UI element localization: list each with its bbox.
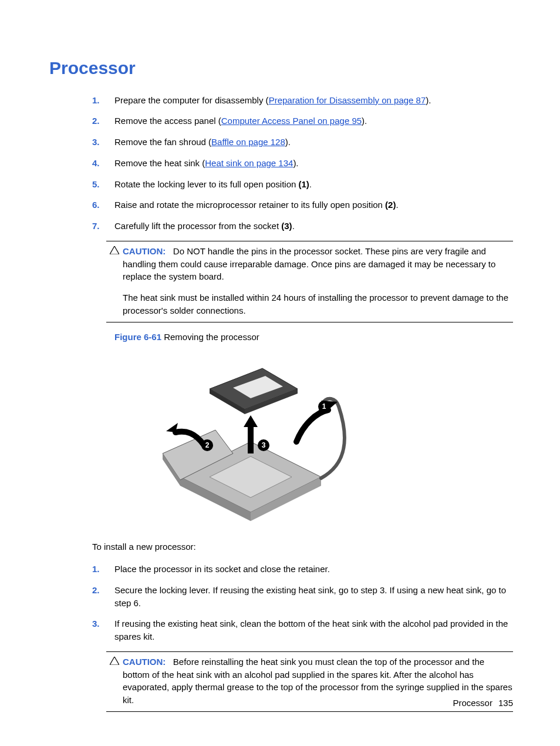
step-text: Secure the locking lever. If reusing the… — [114, 584, 513, 610]
caution-icon — [110, 246, 119, 254]
step-number: 3. — [92, 136, 114, 149]
caution-text: Do NOT handle the pins in the processor … — [123, 246, 495, 282]
step-text: Carefully lift the processor from the so… — [114, 221, 281, 231]
step-text: Remove the heat sink ( — [114, 158, 205, 168]
step-text: Place the processor in its socket and cl… — [114, 563, 513, 576]
figure-number: Figure 6-61 — [114, 332, 161, 342]
step-text: Raise and rotate the microprocessor reta… — [114, 200, 385, 210]
step-number: 3. — [92, 617, 114, 643]
step-number: 4. — [92, 157, 114, 170]
step-item: 2. Remove the access panel (Computer Acc… — [92, 115, 513, 127]
step-item: 2. Secure the locking lever. If reusing … — [92, 584, 513, 610]
step-number: 7. — [92, 220, 114, 233]
page-title: Processor — [49, 55, 513, 81]
step-number: 6. — [92, 199, 114, 211]
xref-link[interactable]: Computer Access Panel on page 95 — [221, 116, 362, 126]
step-item: 3. Remove the fan shroud (Baffle on page… — [92, 136, 513, 149]
removal-steps: 1. Prepare the computer for disassembly … — [92, 94, 513, 233]
step-number: 5. — [92, 178, 114, 191]
caution-label: CAUTION: — [123, 246, 166, 256]
step-text: Remove the access panel ( — [114, 116, 221, 126]
step-item: 1. Place the processor in its socket and… — [92, 563, 513, 576]
figure-image: 1 2 3 — [145, 354, 356, 530]
caution-box: CAUTION: Do NOT handle the pins in the p… — [106, 241, 513, 322]
caution-text: The heat sink must be installed within 2… — [123, 291, 513, 317]
xref-link[interactable]: Baffle on page 128 — [211, 137, 285, 147]
figure-caption: Figure 6-61 Removing the processor — [114, 331, 513, 344]
step-item: 5. Rotate the locking lever to its full … — [92, 178, 513, 191]
xref-link[interactable]: Preparation for Disassembly on page 87 — [269, 95, 426, 105]
step-text: Rotate the locking lever to its full ope… — [114, 179, 299, 189]
step-number: 1. — [92, 94, 114, 107]
step-item: 3. If reusing the existing heat sink, cl… — [92, 617, 513, 643]
step-item: 4. Remove the heat sink (Heat sink on pa… — [92, 157, 513, 170]
footer-section: Processor — [453, 698, 492, 708]
step-number: 2. — [92, 584, 114, 610]
figure-title: Removing the processor — [161, 332, 259, 342]
xref-link[interactable]: Heat sink on page 134 — [205, 158, 293, 168]
step-item: 6. Raise and rotate the microprocessor r… — [92, 199, 513, 211]
step-item: 7. Carefully lift the processor from the… — [92, 220, 513, 233]
page-footer: Processor135 — [453, 697, 513, 710]
step-number: 2. — [92, 115, 114, 127]
install-intro: To install a new processor: — [92, 540, 513, 553]
install-steps: 1. Place the processor in its socket and… — [92, 563, 513, 643]
step-item: 1. Prepare the computer for disassembly … — [92, 94, 513, 107]
page-number: 135 — [498, 698, 513, 708]
step-text: If reusing the existing heat sink, clean… — [114, 617, 513, 643]
step-number: 1. — [92, 563, 114, 576]
step-text: Remove the fan shroud ( — [114, 137, 211, 147]
caution-label: CAUTION: — [123, 657, 166, 667]
svg-marker-9 — [244, 415, 258, 427]
step-text: Prepare the computer for disassembly ( — [114, 95, 269, 105]
caution-box: CAUTION: Before reinstalling the heat si… — [106, 651, 513, 712]
caution-icon — [110, 657, 119, 665]
